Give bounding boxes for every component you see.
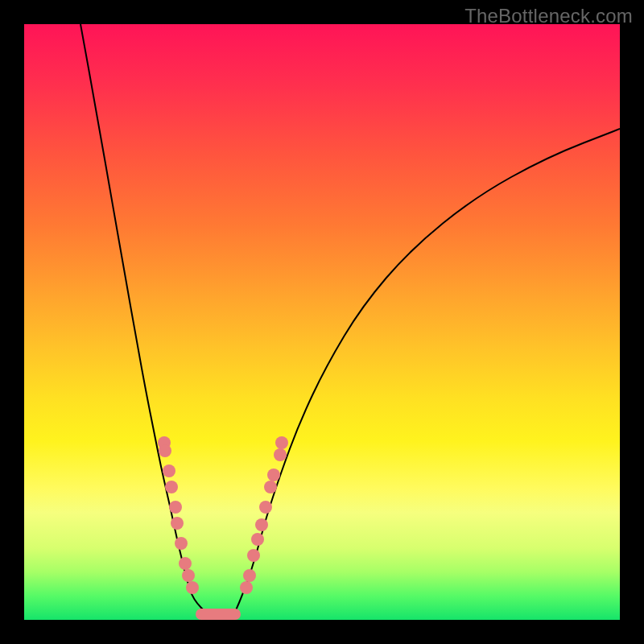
data-marker bbox=[179, 557, 192, 570]
data-marker bbox=[165, 481, 178, 493]
markers-left-group bbox=[158, 436, 199, 594]
markers-right-group bbox=[240, 436, 288, 594]
curve-right-branch bbox=[233, 129, 620, 616]
data-marker bbox=[275, 436, 288, 449]
data-marker bbox=[175, 537, 188, 550]
data-marker bbox=[274, 448, 287, 461]
data-marker bbox=[259, 501, 272, 514]
curve-left-branch bbox=[80, 24, 209, 616]
data-marker bbox=[171, 517, 184, 530]
data-marker bbox=[264, 481, 277, 493]
data-marker bbox=[159, 444, 171, 457]
chart-plot-area bbox=[24, 24, 620, 620]
chart-frame: TheBottleneck.com bbox=[0, 0, 644, 644]
data-marker bbox=[186, 581, 199, 594]
data-marker bbox=[240, 581, 253, 594]
data-marker bbox=[251, 533, 264, 546]
data-marker bbox=[267, 469, 280, 481]
data-marker bbox=[255, 518, 268, 531]
data-marker bbox=[247, 549, 260, 562]
data-marker bbox=[243, 569, 256, 582]
chart-overlay bbox=[24, 24, 620, 620]
data-marker bbox=[182, 569, 195, 582]
data-marker bbox=[163, 464, 175, 477]
data-marker bbox=[169, 501, 182, 514]
